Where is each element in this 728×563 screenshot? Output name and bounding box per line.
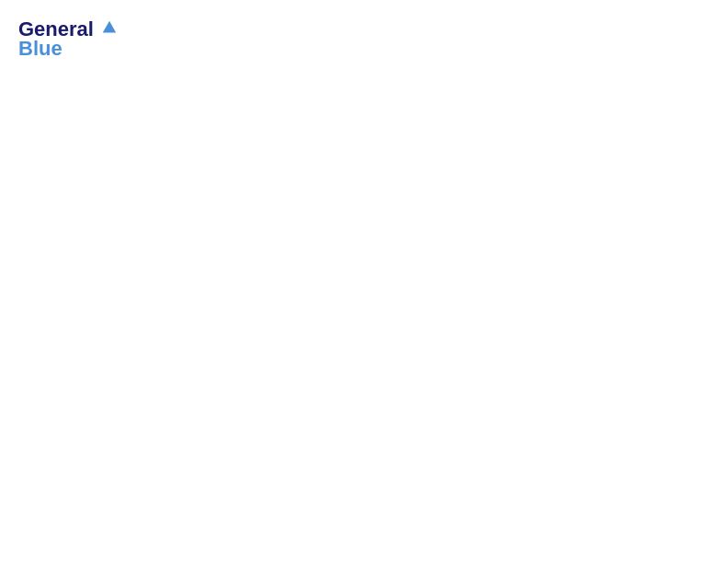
svg-marker-0 [103, 21, 116, 33]
logo-icon [101, 19, 118, 36]
logo: General Blue [18, 18, 118, 61]
page-header: General Blue [18, 18, 710, 61]
